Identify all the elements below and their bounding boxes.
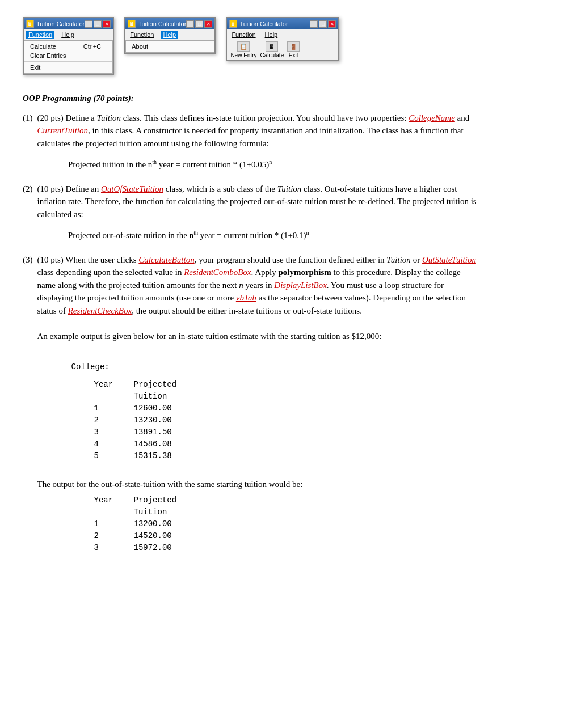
win2-minimize[interactable]: ─ [186,20,194,28]
win3-titlebar: 🖩 Tuition Calculator ─ □ ✕ [227,18,338,29]
win3-exit-btn[interactable]: 🚪 Exit [287,41,300,58]
p3-displaylist: DisplayListBox [274,281,327,290]
problem-1-body: (20 pts) Define a Tuition class. This cl… [37,112,477,150]
problem-2: (2) (10 pts) Define an OutOfStateTuition… [23,183,477,242]
win3-newentry-icon: 📋 [237,41,250,52]
win2-function-menu[interactable]: Function [128,31,156,39]
p3-residentcheck: ResidentCheckBox [68,306,132,315]
p3-instate-row-3: 3 13891.50 [94,426,477,438]
p3-outstate-header: Year Projected Tuition [94,494,477,518]
win1-exit-item[interactable]: Exit [24,63,112,72]
p3-year-header2: Year [94,494,117,518]
p3-polymorphism: polymorphism [278,268,331,277]
win1-titlebar: 🖩 Tuition Calculator ─ □ ✕ [24,18,113,29]
p3-instate-header: Year Projected Tuition [94,379,477,403]
win1-minimize[interactable]: ─ [85,20,92,28]
p3-calcbtn: CalculateButton [138,255,194,264]
p3-projected-header: Projected Tuition [134,379,191,403]
win1-controls: ─ □ ✕ [85,20,111,28]
win3-newentry-btn[interactable]: 📋 New Entry [230,41,256,58]
win3-controls: ─ □ ✕ [310,20,336,28]
win1-help-menu[interactable]: Help [59,31,77,39]
problem-3-header: (3) (10 pts) When the user clicks Calcul… [23,253,477,557]
win2-maximize[interactable]: □ [195,20,203,28]
p3-outstate-row-1: 1 13200.00 [94,518,477,530]
win1-calculate-shortcut: Ctrl+C [83,43,101,50]
win3-close[interactable]: ✕ [328,20,336,28]
problem-1-header: (1) (20 pts) Define a Tuition class. Thi… [23,112,477,150]
p3-vbtab: vbTab [236,293,256,302]
problem-3-body: (10 pts) When the user clicks CalculateB… [37,253,477,557]
win3-newentry-label: New Entry [230,52,256,58]
win3-function-menu[interactable]: Function [229,31,258,39]
win3-title: Tuition Calculator [239,20,288,27]
section-title: OOP Programming (70 points): [23,92,477,105]
win1-maximize[interactable]: □ [94,20,102,28]
p3-tuition-ref: Tuition [386,255,411,264]
p1-text3: and [455,113,469,122]
win2-app-icon: 🖩 [128,20,136,28]
win3-calculate-icon: 🖩 [266,41,278,52]
win1-calculate-item[interactable]: Calculate Ctrl+C [24,42,112,51]
p3-instate-row-4: 4 14586.08 [94,438,477,450]
win3-exit-icon: 🚪 [287,41,300,52]
win2-title: Tuition Calculator [138,20,186,27]
p3-year-header: Year [94,379,117,403]
win2-about-label: About [132,43,148,50]
win3-calculate-btn[interactable]: 🖩 Calculate [260,41,284,58]
problem-1: (1) (20 pts) Define a Tuition class. Thi… [23,112,477,171]
p3-example-intro: An example output is given below for an … [37,330,477,343]
win2-menubar: Function Help [125,29,214,40]
win3-app-icon: 🖩 [229,20,237,28]
p3-instate-row-5: 5 15315.38 [94,450,477,462]
win1-exit-label: Exit [30,64,40,71]
win1-separator [24,61,112,62]
win3-menubar: Function Help [227,29,338,40]
win2-dropdown: About [125,40,214,53]
p3-n-var: n [239,281,243,290]
p3-college-label: College: [71,361,477,373]
window-3: 🖩 Tuition Calculator ─ □ ✕ Function Help… [226,17,339,61]
win2-help-menu[interactable]: Help [161,31,178,39]
p2-outstate-class: OutOfStateTuition [101,184,163,193]
main-content: OOP Programming (70 points): (1) (20 pts… [23,92,477,557]
win3-help-menu[interactable]: Help [263,31,280,39]
win2-close[interactable]: ✕ [204,20,212,28]
win1-clear-item[interactable]: Clear Entries [24,51,112,60]
p3-outstate-intro: The output for the out-of-state-tuition … [37,478,477,491]
p2-text2: class, which is a sub class of the [163,184,277,193]
problem-1-number: (1) [23,112,33,150]
win3-minimize[interactable]: ─ [310,20,318,28]
win1-dropdown: Calculate Ctrl+C Clear Entries Exit [24,40,113,74]
problem-3: (3) (10 pts) When the user clicks Calcul… [23,253,477,557]
win1-close[interactable]: ✕ [103,20,111,28]
formula2-text: Projected out-of-state tuition in the nt… [68,231,309,240]
p3-outstate-ref: OutStateTuition [422,255,476,264]
win2-titlebar: 🖩 Tuition Calculator ─ □ ✕ [125,18,214,29]
window-2: 🖩 Tuition Calculator ─ □ ✕ Function Help… [124,17,216,54]
win1-app-icon: 🖩 [26,20,34,28]
win3-toolbar: 📋 New Entry 🖩 Calculate 🚪 Exit [227,40,338,60]
p3-outstate-row-3: 3 15972.00 [94,542,477,554]
win1-function-menu[interactable]: Function [26,31,54,39]
win2-about-item[interactable]: About [126,42,214,51]
p3-residentcombo: ResidentComboBox [184,268,251,277]
p3-instate-table: Year Projected Tuition 1 12600.00 2 1323… [94,379,477,462]
p3-instate-row-2: 2 13230.00 [94,414,477,426]
problem-2-formula: Projected out-of-state tuition in the nt… [68,228,477,242]
win3-maximize[interactable]: □ [319,20,327,28]
win1-title: Tuition Calculator [36,20,85,27]
win2-controls: ─ □ ✕ [186,20,212,28]
p2-tuition-ref: Tuition [277,184,302,193]
p3-instate-row-1: 1 12600.00 [94,403,477,414]
p1-currenttuition: CurrentTuition [37,126,88,135]
p3-projected-header2: Projected Tuition [134,494,191,518]
problem-3-number: (3) [23,253,33,557]
p1-collegename: CollegeName [409,113,455,122]
p3-paragraph1: (10 pts) When the user clicks CalculateB… [37,253,477,318]
win1-calculate-label: Calculate [30,43,56,50]
win3-exit-label: Exit [289,52,298,58]
windows-area: 🖩 Tuition Calculator ─ □ ✕ Function Help… [23,17,541,75]
p3-outstate-row-2: 2 14520.00 [94,530,477,542]
win1-menubar: Function Help [24,29,113,40]
